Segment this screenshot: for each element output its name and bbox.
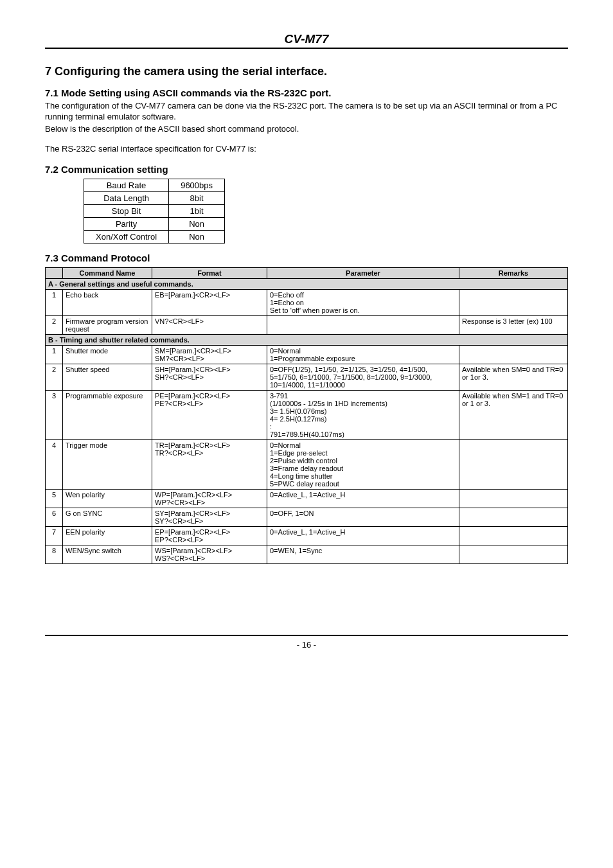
cmd-param	[267, 315, 459, 334]
table-row: 6 G on SYNC SY=[Param.]<CR><LF> SY?<CR><…	[46, 508, 568, 526]
table-row: 8 WEN/Sync switch WS=[Param.]<CR><LF> WS…	[46, 545, 568, 563]
table-row: ParityNon	[84, 217, 225, 230]
page-number: - 16 -	[297, 640, 316, 650]
cmd-name: Firmware program version request	[63, 315, 152, 334]
setting-value: 1bit	[169, 204, 225, 217]
cmd-format: EP=[Param.]<CR><LF> EP?<CR><LF>	[152, 526, 267, 545]
cmd-num: 2	[46, 364, 63, 390]
table-row: 2 Firmware program version request VN?<C…	[46, 315, 568, 334]
group-a-label: A - General settings and useful commands…	[46, 278, 568, 289]
section-7-3-heading: 7.3 Command Protocol	[45, 252, 568, 263]
table-row: Xon/Xoff ControlNon	[84, 230, 225, 243]
page-header-model: CV-M77	[45, 32, 568, 49]
cmd-param: 0=OFF(1/25), 1=1/50, 2=1/125, 3=1/250, 4…	[267, 364, 459, 390]
table-row: 1 Shutter mode SM=[Param.]<CR><LF> SM?<C…	[46, 345, 568, 364]
cmd-remarks: Available when SM=1 and TR=0 or 1 or 3.	[459, 390, 568, 439]
setting-key: Data Length	[84, 191, 169, 204]
cmd-name: Shutter speed	[63, 364, 152, 390]
col-remarks: Remarks	[459, 267, 568, 278]
command-protocol-table: Command Name Format Parameter Remarks A …	[45, 267, 568, 564]
page-footer: - 16 -	[45, 635, 568, 650]
cmd-name: Programmable exposure	[63, 390, 152, 439]
cmd-remarks	[459, 345, 568, 364]
cmd-format: PE=[Param.]<CR><LF> PE?<CR><LF>	[152, 390, 267, 439]
cmd-remarks	[459, 545, 568, 563]
cmd-remarks	[459, 508, 568, 526]
cmd-format: WP=[Param.]<CR><LF> WP?<CR><LF>	[152, 489, 267, 508]
group-b-label: B - Timing and shutter related commands.	[46, 334, 568, 345]
cmd-param: 0=Normal 1=Programmable exposure	[267, 345, 459, 364]
table-row: 5 Wen polarity WP=[Param.]<CR><LF> WP?<C…	[46, 489, 568, 508]
cmd-format: SM=[Param.]<CR><LF> SM?<CR><LF>	[152, 345, 267, 364]
cmd-format: WS=[Param.]<CR><LF> WS?<CR><LF>	[152, 545, 267, 563]
col-parameter: Parameter	[267, 267, 459, 278]
cmd-name: Echo back	[63, 289, 152, 315]
cmd-num: 8	[46, 545, 63, 563]
cmd-num: 1	[46, 289, 63, 315]
cmd-format: TR=[Param.]<CR><LF> TR?<CR><LF>	[152, 439, 267, 489]
section-7-1-p2: Below is the description of the ASCII ba…	[45, 124, 568, 135]
cmd-name: WEN/Sync switch	[63, 545, 152, 563]
cmd-name: EEN polarity	[63, 526, 152, 545]
col-format: Format	[152, 267, 267, 278]
cmd-num: 2	[46, 315, 63, 334]
table-row: 7 EEN polarity EP=[Param.]<CR><LF> EP?<C…	[46, 526, 568, 545]
cmd-num: 5	[46, 489, 63, 508]
cmd-num: 6	[46, 508, 63, 526]
cmd-param: 0=Active_L, 1=Active_H	[267, 526, 459, 545]
cmd-name: Wen polarity	[63, 489, 152, 508]
cmd-remarks: Response is 3 letter (ex) 100	[459, 315, 568, 334]
group-a-row: A - General settings and useful commands…	[46, 278, 568, 289]
table-row: 4 Trigger mode TR=[Param.]<CR><LF> TR?<C…	[46, 439, 568, 489]
table-row: Baud Rate9600bps	[84, 179, 225, 191]
setting-key: Baud Rate	[84, 179, 169, 191]
cmd-param: 3-791 (1/10000s - 1/25s in 1HD increment…	[267, 390, 459, 439]
section-7-1-heading: 7.1 Mode Setting using ASCII commands vi…	[45, 87, 568, 98]
cmd-param: 0=Active_L, 1=Active_H	[267, 489, 459, 508]
cmd-name: Trigger mode	[63, 439, 152, 489]
setting-key: Xon/Xoff Control	[84, 230, 169, 243]
cmd-param: 0=Echo off 1=Echo on Set to 'off' when p…	[267, 289, 459, 315]
cmd-remarks: Available when SM=0 and TR=0 or 1or 3.	[459, 364, 568, 390]
section-7-2-heading: 7.2 Communication setting	[45, 164, 568, 175]
section-7-title: 7 Configuring the camera using the seria…	[45, 65, 568, 78]
table-row: Stop Bit1bit	[84, 204, 225, 217]
setting-value: 8bit	[169, 191, 225, 204]
cmd-remarks	[459, 289, 568, 315]
section-7-1-p3: The RS-232C serial interface specificati…	[45, 144, 568, 155]
cmd-num: 3	[46, 390, 63, 439]
setting-value: Non	[169, 217, 225, 230]
setting-value: Non	[169, 230, 225, 243]
cmd-param: 0=OFF, 1=ON	[267, 508, 459, 526]
cmd-remarks	[459, 439, 568, 489]
cmd-format: VN?<CR><LF>	[152, 315, 267, 334]
cmd-format: EB=[Param.]<CR><LF>	[152, 289, 267, 315]
table-header-row: Command Name Format Parameter Remarks	[46, 267, 568, 278]
cmd-num: 7	[46, 526, 63, 545]
cmd-remarks	[459, 489, 568, 508]
table-row: 1 Echo back EB=[Param.]<CR><LF> 0=Echo o…	[46, 289, 568, 315]
setting-key: Parity	[84, 217, 169, 230]
table-row: 2 Shutter speed SH=[Param.]<CR><LF> SH?<…	[46, 364, 568, 390]
cmd-format: SY=[Param.]<CR><LF> SY?<CR><LF>	[152, 508, 267, 526]
cmd-name: G on SYNC	[63, 508, 152, 526]
cmd-remarks	[459, 526, 568, 545]
cmd-name: Shutter mode	[63, 345, 152, 364]
communication-settings-table: Baud Rate9600bps Data Length8bit Stop Bi…	[84, 179, 225, 244]
table-row: 3 Programmable exposure PE=[Param.]<CR><…	[46, 390, 568, 439]
group-b-row: B - Timing and shutter related commands.	[46, 334, 568, 345]
col-blank	[46, 267, 63, 278]
cmd-num: 1	[46, 345, 63, 364]
setting-value: 9600bps	[169, 179, 225, 191]
setting-key: Stop Bit	[84, 204, 169, 217]
cmd-param: 0=Normal 1=Edge pre-select 2=Pulse width…	[267, 439, 459, 489]
cmd-param: 0=WEN, 1=Sync	[267, 545, 459, 563]
col-command-name: Command Name	[63, 267, 152, 278]
section-7-1-p1: The configuration of the CV-M77 camera c…	[45, 101, 568, 123]
cmd-num: 4	[46, 439, 63, 489]
table-row: Data Length8bit	[84, 191, 225, 204]
cmd-format: SH=[Param.]<CR><LF> SH?<CR><LF>	[152, 364, 267, 390]
